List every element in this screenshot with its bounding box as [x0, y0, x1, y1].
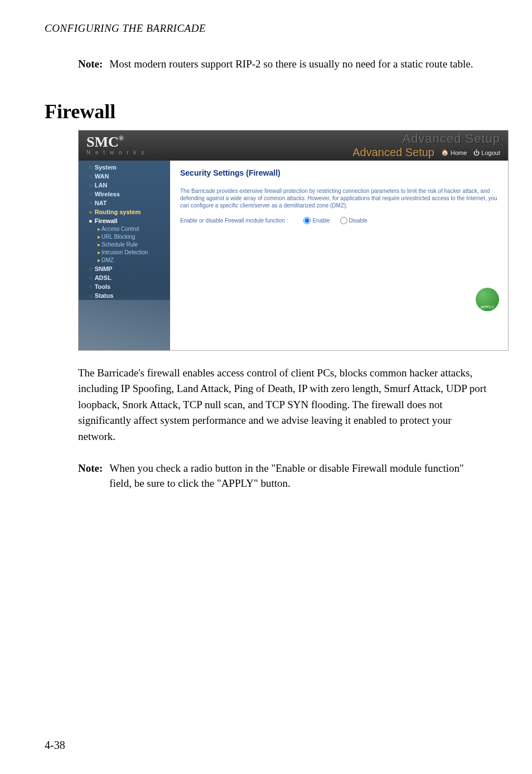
sidebar-item-system[interactable]: ○System: [79, 163, 170, 172]
note-text: When you check a radio button in the "En…: [109, 461, 487, 491]
apply-button[interactable]: APPLY: [476, 288, 499, 311]
sidebar-item-tools[interactable]: ○Tools: [79, 282, 170, 291]
sidebar-item-snmp[interactable]: ○SNMP: [79, 264, 170, 273]
logo-block: SMC® N e t w o r k s: [86, 135, 146, 156]
logo-text: SMC®: [86, 134, 124, 150]
ghost-banner: Advanced Setup: [352, 132, 500, 146]
running-head: CONFIGURING THE BARRICADE: [45, 22, 487, 35]
sidebar-sub-url-blocking[interactable]: ▸URL Blocking: [79, 233, 170, 241]
enable-radio-label: Enable: [312, 217, 330, 224]
sidebar: ○System ○WAN ○LAN ○Wireless ○NAT ●Routin…: [79, 161, 170, 350]
page-number: 4-38: [45, 739, 65, 752]
header-right: Advanced Setup Advanced Setup 🏠 Home ⏻ L…: [352, 132, 500, 159]
panel-title: Security Settings (Firewall): [180, 168, 498, 177]
screenshot-header: SMC® N e t w o r k s Advanced Setup Adva…: [79, 130, 508, 161]
note-block-1: Note: Most modern routers support RIP-2 …: [78, 57, 487, 72]
sidebar-sub-dmz[interactable]: ▸DMZ: [79, 257, 170, 264]
logout-label: Logout: [481, 149, 500, 156]
logout-link[interactable]: ⏻ Logout: [473, 149, 500, 156]
note-label: Note:: [78, 57, 103, 72]
sidebar-sub-access-control[interactable]: ▸Access Control: [79, 225, 170, 233]
note-label: Note:: [78, 461, 103, 491]
firewall-toggle-row: Enable or disable Firewall module functi…: [180, 217, 498, 224]
setup-bar: Advanced Setup 🏠 Home ⏻ Logout: [352, 146, 500, 159]
sidebar-item-wireless[interactable]: ○Wireless: [79, 190, 170, 199]
body-paragraph: The Barricade's firewall enables access …: [78, 365, 487, 445]
note-block-2: Note: When you check a radio button in t…: [78, 461, 487, 491]
radio-group: Enable Disable: [303, 217, 367, 224]
logout-icon: ⏻: [473, 149, 480, 156]
disable-radio-label: Disable: [349, 217, 367, 224]
sidebar-decorative-image: [79, 300, 170, 350]
sidebar-item-lan[interactable]: ○LAN: [79, 181, 170, 190]
home-label: Home: [451, 149, 467, 156]
sidebar-item-routing[interactable]: ●Routing system: [79, 207, 170, 216]
embedded-screenshot: SMC® N e t w o r k s Advanced Setup Adva…: [78, 130, 509, 351]
logo-subtext: N e t w o r k s: [86, 149, 146, 156]
note-text: Most modern routers support RIP-2 so the…: [109, 57, 473, 72]
enable-radio[interactable]: Enable: [303, 217, 330, 224]
radio-row-label: Enable or disable Firewall module functi…: [180, 217, 288, 224]
setup-label: Advanced Setup: [352, 146, 434, 159]
disable-radio[interactable]: Disable: [340, 217, 367, 224]
sidebar-item-firewall[interactable]: ●Firewall: [79, 216, 170, 225]
sidebar-item-wan[interactable]: ○WAN: [79, 172, 170, 181]
section-heading: Firewall: [45, 100, 487, 123]
sidebar-item-adsl[interactable]: ○ADSL: [79, 273, 170, 282]
home-icon: 🏠: [441, 149, 449, 156]
main-panel: Security Settings (Firewall) The Barrica…: [170, 161, 508, 350]
panel-description: The Barricade provides extensive firewal…: [180, 187, 498, 209]
home-link[interactable]: 🏠 Home: [441, 149, 467, 156]
enable-radio-input[interactable]: [303, 217, 311, 224]
sidebar-sub-schedule-rule[interactable]: ▸Schedule Rule: [79, 241, 170, 249]
disable-radio-input[interactable]: [340, 217, 347, 224]
sidebar-item-nat[interactable]: ○NAT: [79, 199, 170, 207]
screenshot-body: ○System ○WAN ○LAN ○Wireless ○NAT ●Routin…: [79, 161, 508, 350]
sidebar-item-status[interactable]: ○Status: [79, 291, 170, 300]
sidebar-sub-intrusion-detection[interactable]: ▸Intrusion Detection: [79, 249, 170, 257]
